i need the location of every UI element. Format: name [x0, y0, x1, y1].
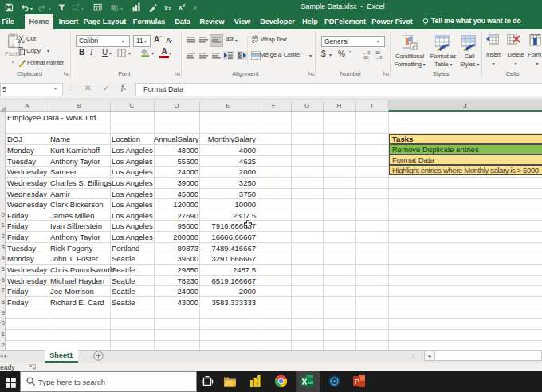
- svg-text:P: P: [355, 378, 359, 386]
- svg-text:→.0: →.0: [375, 55, 382, 59]
- svg-text:.00: .00: [363, 55, 368, 59]
